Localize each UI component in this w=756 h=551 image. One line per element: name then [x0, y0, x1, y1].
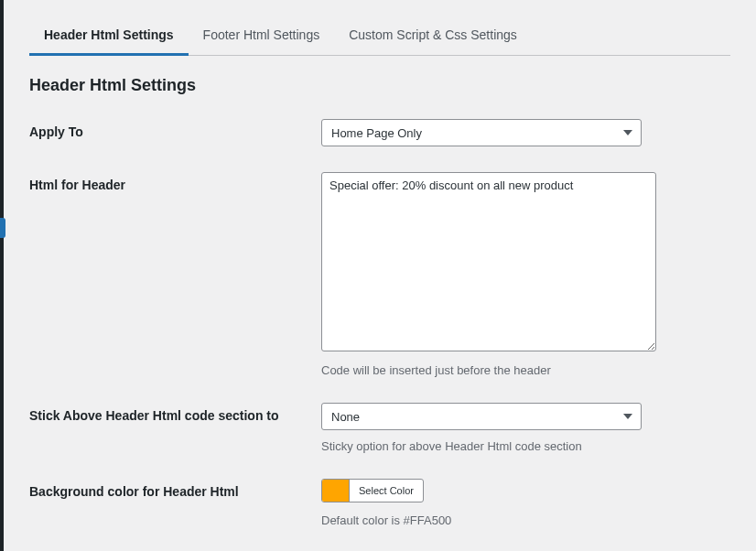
row-apply-to: Apply To Home Page Only	[29, 119, 730, 146]
tab-footer-html[interactable]: Footer Html Settings	[189, 18, 335, 56]
desc-stick-to: Sticky option for above Header Html code…	[321, 439, 660, 453]
desc-bg-color: Default color is #FFA500	[321, 513, 660, 527]
chevron-down-icon: None	[321, 403, 642, 430]
select-color-button[interactable]: Select Color	[350, 480, 423, 502]
admin-sidebar-active-indicator	[0, 218, 5, 238]
row-bg-color: Background color for Header Html Select …	[29, 479, 730, 527]
chevron-down-icon: Home Page Only	[321, 119, 642, 146]
label-html-header: Html for Header	[29, 172, 321, 192]
label-stick-to: Stick Above Header Html code section to	[29, 403, 321, 423]
label-bg-color: Background color for Header Html	[29, 479, 321, 499]
settings-tabs: Header Html Settings Footer Html Setting…	[29, 18, 730, 56]
color-picker[interactable]: Select Color	[321, 479, 424, 502]
color-swatch[interactable]	[322, 480, 350, 502]
row-stick-to: Stick Above Header Html code section to …	[29, 403, 730, 453]
select-stick-to[interactable]: None	[321, 403, 642, 430]
tab-custom-script-css[interactable]: Custom Script & Css Settings	[334, 18, 532, 56]
select-apply-to[interactable]: Home Page Only	[321, 119, 642, 146]
row-html-header: Html for Header Code will be inserted ju…	[29, 172, 730, 377]
section-title: Header Html Settings	[29, 76, 730, 95]
tab-header-html[interactable]: Header Html Settings	[29, 18, 189, 56]
admin-sidebar-edge	[0, 0, 4, 551]
textarea-html-header[interactable]	[321, 172, 656, 351]
label-apply-to: Apply To	[29, 119, 321, 139]
desc-html-header: Code will be inserted just before the he…	[321, 363, 660, 377]
